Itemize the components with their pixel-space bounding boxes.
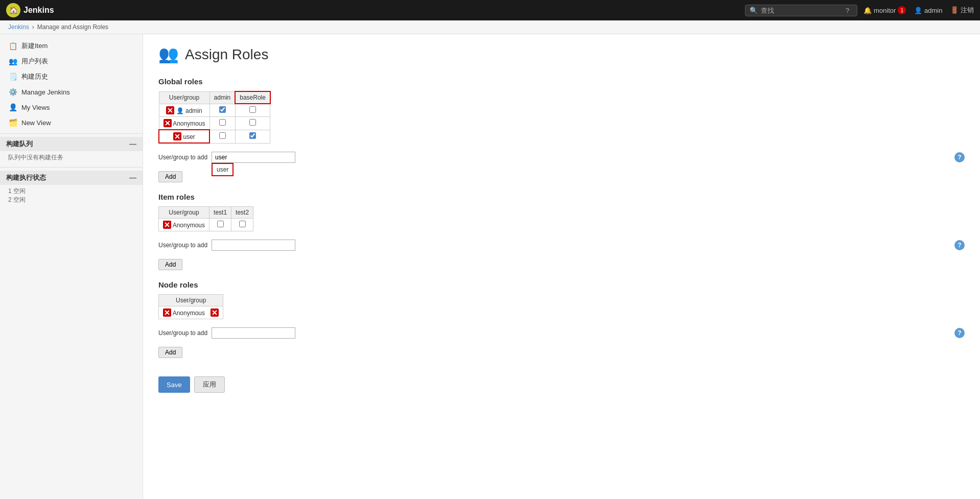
executor-2: 2 空闲 [8, 196, 134, 204]
user-row-name: user [183, 133, 195, 140]
item-anon-test1-cell[interactable] [209, 219, 231, 231]
anon-admin-cell[interactable] [209, 117, 235, 130]
build-queue-empty: 队列中没有构建任务 [8, 154, 63, 161]
item-anon-test2-cell[interactable] [231, 219, 253, 231]
node-delete-anonymous-button-2[interactable] [211, 308, 219, 317]
sidebar-item-label: My Views [21, 104, 50, 111]
admin-menu[interactable]: 👤 admin [914, 7, 942, 14]
admin-name: admin [185, 107, 202, 114]
admin-baserole-checkbox[interactable] [249, 106, 256, 113]
bell-icon: 🔔 [864, 7, 872, 14]
global-roles-section: Global roles User/group admin baseRole [158, 77, 965, 193]
admin-admin-cell[interactable] [209, 104, 235, 117]
user-admin-checkbox[interactable] [219, 132, 226, 139]
action-buttons: Save 应用 [158, 376, 965, 393]
sidebar-item-manage-jenkins[interactable]: ⚙️ Manage Jenkins [0, 84, 143, 100]
item-roles-title: Item roles [158, 193, 965, 201]
new-view-icon: 🗂️ [8, 118, 17, 127]
breadcrumb-sep: › [32, 23, 34, 31]
node-add-input-wrapper [212, 327, 950, 339]
item-add-button[interactable]: Add [158, 259, 182, 270]
delete-user-button[interactable] [173, 132, 181, 140]
jenkins-logo-icon: 🏠 [6, 3, 20, 17]
sidebar-item-label: 用户列表 [21, 57, 48, 66]
global-add-label: User/group to add [158, 154, 207, 161]
item-anonymous-name: Anonymous [173, 222, 205, 229]
node-add-input[interactable] [212, 327, 295, 339]
sidebar-item-my-views[interactable]: 👤 My Views [0, 100, 143, 115]
user-baserole-checkbox[interactable] [249, 132, 256, 139]
build-queue-header: 构建队列 — [0, 137, 143, 151]
item-anon-test1-checkbox[interactable] [217, 221, 224, 227]
notification-bell[interactable]: 🔔 monitor 1 [864, 6, 906, 14]
logout-icon: 🚪 [950, 6, 959, 14]
sidebar-item-users[interactable]: 👥 用户列表 [0, 54, 143, 69]
page-header-icon: 👥 [158, 44, 179, 65]
build-executor-collapse[interactable]: — [129, 174, 136, 182]
user-icon: 👤 [176, 107, 184, 114]
sidebar-item-label: New View [21, 119, 51, 127]
admin-delete-cell: 👤 admin [159, 104, 209, 117]
delete-anonymous-button[interactable] [164, 119, 172, 127]
save-button[interactable]: Save [158, 376, 190, 393]
sidebar-item-new-view[interactable]: 🗂️ New View [0, 115, 143, 130]
anon-baserole-cell[interactable] [235, 117, 270, 130]
delete-admin-button[interactable] [166, 106, 174, 114]
user-baserole-cell[interactable] [235, 130, 270, 143]
item-anon-delete-cell: Anonymous [159, 219, 209, 231]
table-row: user [159, 130, 270, 143]
col-user-group: User/group [159, 91, 209, 104]
global-add-input-wrapper: user [212, 152, 950, 163]
col-admin: admin [209, 91, 235, 104]
node-anonymous-name: Anonymous [173, 310, 205, 317]
page-header: 👥 Assign Roles [158, 44, 965, 65]
build-executor-label: 构建执行状态 [6, 173, 46, 182]
item-col-test2: test2 [231, 207, 253, 219]
anonymous-name: Anonymous [173, 120, 205, 127]
global-roles-table: User/group admin baseRole 👤 admin [158, 91, 271, 144]
table-row: Anonymous [159, 117, 270, 130]
sidebar-item-label: Manage Jenkins [21, 88, 70, 96]
manage-jenkins-icon: ⚙️ [8, 87, 17, 97]
global-add-help-icon[interactable]: ? [954, 152, 965, 162]
executor-1: 1 空闲 [8, 187, 134, 196]
sidebar-item-build-history[interactable]: 🗒️ 构建历史 [0, 69, 143, 84]
breadcrumb-current: Manage and Assign Roles [37, 23, 108, 31]
search-input[interactable] [761, 7, 843, 14]
admin-baserole-cell[interactable] [235, 104, 270, 117]
search-icon: 🔍 [750, 7, 758, 14]
item-anon-test2-checkbox[interactable] [239, 221, 246, 227]
build-queue-section: 构建队列 — 队列中没有构建任务 [0, 133, 143, 164]
build-queue-content: 队列中没有构建任务 [0, 151, 143, 164]
global-add-button[interactable]: Add [158, 171, 182, 182]
sidebar-item-new-item[interactable]: 📋 新建Item [0, 38, 143, 54]
item-delete-anonymous-button[interactable] [163, 221, 171, 229]
autocomplete-suggestion[interactable]: user [212, 163, 234, 176]
logout-button[interactable]: 🚪 注销 [950, 6, 974, 15]
anon-admin-checkbox[interactable] [219, 119, 226, 126]
build-history-icon: 🗒️ [8, 72, 17, 81]
item-add-help-icon[interactable]: ? [954, 240, 965, 250]
sidebar: 📋 新建Item 👥 用户列表 🗒️ 构建历史 ⚙️ Manage Jenkin… [0, 34, 143, 499]
user-icon: 👤 [914, 7, 922, 14]
node-add-help-icon[interactable]: ? [954, 328, 965, 338]
table-row: Anonymous [159, 306, 223, 319]
page-title: Assign Roles [185, 46, 268, 63]
item-add-input[interactable] [212, 240, 295, 251]
global-add-input[interactable] [212, 152, 295, 163]
user-admin-cell[interactable] [209, 130, 235, 143]
node-roles-add-row: User/group to add ? [158, 327, 965, 339]
node-add-label: User/group to add [158, 329, 207, 337]
breadcrumb-home[interactable]: Jenkins [8, 23, 29, 31]
node-delete-anonymous-button[interactable] [163, 308, 171, 317]
apply-button[interactable]: 应用 [194, 376, 225, 393]
global-roles-title: Global roles [158, 77, 965, 86]
col-baserole: baseRole [235, 91, 270, 104]
anon-baserole-checkbox[interactable] [249, 119, 256, 126]
search-box[interactable]: 🔍 ? [745, 5, 857, 16]
sidebar-item-label: 构建历史 [21, 72, 48, 81]
build-queue-collapse[interactable]: — [129, 140, 136, 148]
new-item-icon: 📋 [8, 41, 17, 51]
node-add-button[interactable]: Add [158, 347, 182, 358]
admin-admin-checkbox[interactable] [219, 106, 226, 113]
